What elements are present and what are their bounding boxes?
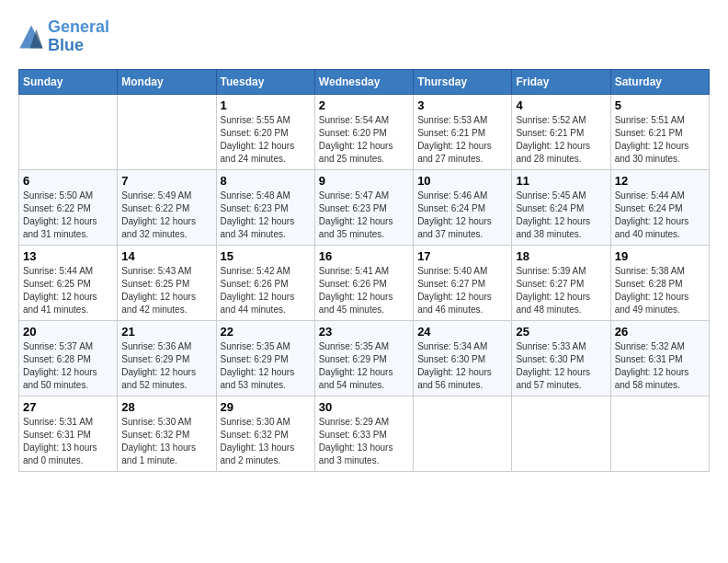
day-number: 25 <box>516 325 606 339</box>
calendar-header-row: SundayMondayTuesdayWednesdayThursdayFrid… <box>19 69 710 94</box>
day-info: Sunrise: 5:47 AM Sunset: 6:23 PM Dayligh… <box>319 190 409 241</box>
day-number: 30 <box>319 400 409 414</box>
calendar-cell: 29Sunrise: 5:30 AM Sunset: 6:32 PM Dayli… <box>216 396 314 471</box>
day-info: Sunrise: 5:42 AM Sunset: 6:26 PM Dayligh… <box>221 265 311 316</box>
day-number: 26 <box>615 325 705 339</box>
day-number: 11 <box>516 174 606 188</box>
day-number: 17 <box>417 249 507 263</box>
day-number: 7 <box>121 174 211 188</box>
day-number: 14 <box>121 249 211 263</box>
calendar-cell: 5Sunrise: 5:51 AM Sunset: 6:21 PM Daylig… <box>610 94 709 169</box>
calendar-cell: 17Sunrise: 5:40 AM Sunset: 6:27 PM Dayli… <box>414 245 512 320</box>
calendar-cell: 26Sunrise: 5:32 AM Sunset: 6:31 PM Dayli… <box>610 320 709 396</box>
day-info: Sunrise: 5:38 AM Sunset: 6:28 PM Dayligh… <box>615 265 705 316</box>
day-info: Sunrise: 5:30 AM Sunset: 6:32 PM Dayligh… <box>221 416 311 467</box>
calendar-cell: 13Sunrise: 5:44 AM Sunset: 6:25 PM Dayli… <box>19 245 118 320</box>
calendar-cell: 10Sunrise: 5:46 AM Sunset: 6:24 PM Dayli… <box>414 169 512 245</box>
calendar-cell: 11Sunrise: 5:45 AM Sunset: 6:24 PM Dayli… <box>512 169 610 245</box>
calendar-cell: 7Sunrise: 5:49 AM Sunset: 6:22 PM Daylig… <box>118 169 216 245</box>
day-number: 15 <box>221 249 311 263</box>
day-number: 20 <box>23 325 113 339</box>
day-number: 3 <box>417 98 507 112</box>
day-info: Sunrise: 5:31 AM Sunset: 6:31 PM Dayligh… <box>23 416 113 467</box>
day-number: 13 <box>23 249 113 263</box>
day-number: 8 <box>221 174 311 188</box>
calendar-cell: 27Sunrise: 5:31 AM Sunset: 6:31 PM Dayli… <box>19 396 118 471</box>
calendar-cell: 18Sunrise: 5:39 AM Sunset: 6:27 PM Dayli… <box>512 245 610 320</box>
day-number: 21 <box>121 325 211 339</box>
day-info: Sunrise: 5:33 AM Sunset: 6:30 PM Dayligh… <box>516 340 606 392</box>
day-header-wednesday: Wednesday <box>314 69 413 94</box>
logo: General Blue <box>18 18 109 55</box>
day-info: Sunrise: 5:53 AM Sunset: 6:21 PM Dayligh… <box>417 114 507 166</box>
day-info: Sunrise: 5:39 AM Sunset: 6:27 PM Dayligh… <box>516 265 606 316</box>
day-header-friday: Friday <box>512 69 610 94</box>
day-number: 22 <box>221 325 311 339</box>
day-number: 16 <box>319 249 409 263</box>
day-info: Sunrise: 5:46 AM Sunset: 6:24 PM Dayligh… <box>417 190 507 241</box>
calendar-cell <box>512 396 610 471</box>
calendar-cell: 30Sunrise: 5:29 AM Sunset: 6:33 PM Dayli… <box>314 396 413 471</box>
calendar-cell: 24Sunrise: 5:34 AM Sunset: 6:30 PM Dayli… <box>414 320 512 396</box>
day-number: 12 <box>615 174 705 188</box>
day-number: 23 <box>319 325 409 339</box>
calendar-cell: 20Sunrise: 5:37 AM Sunset: 6:28 PM Dayli… <box>19 320 118 396</box>
day-number: 2 <box>319 98 409 112</box>
calendar-cell: 19Sunrise: 5:38 AM Sunset: 6:28 PM Dayli… <box>610 245 709 320</box>
calendar-cell: 8Sunrise: 5:48 AM Sunset: 6:23 PM Daylig… <box>216 169 314 245</box>
week-row-4: 20Sunrise: 5:37 AM Sunset: 6:28 PM Dayli… <box>19 320 710 396</box>
calendar-cell: 9Sunrise: 5:47 AM Sunset: 6:23 PM Daylig… <box>314 169 413 245</box>
calendar-cell: 6Sunrise: 5:50 AM Sunset: 6:22 PM Daylig… <box>19 169 118 245</box>
week-row-3: 13Sunrise: 5:44 AM Sunset: 6:25 PM Dayli… <box>19 245 710 320</box>
day-info: Sunrise: 5:36 AM Sunset: 6:29 PM Dayligh… <box>121 340 211 392</box>
day-number: 28 <box>121 400 211 414</box>
calendar-cell: 12Sunrise: 5:44 AM Sunset: 6:24 PM Dayli… <box>610 169 709 245</box>
calendar-cell: 15Sunrise: 5:42 AM Sunset: 6:26 PM Dayli… <box>216 245 314 320</box>
day-number: 27 <box>23 400 113 414</box>
day-info: Sunrise: 5:45 AM Sunset: 6:24 PM Dayligh… <box>516 190 606 241</box>
day-info: Sunrise: 5:41 AM Sunset: 6:26 PM Dayligh… <box>319 265 409 316</box>
day-info: Sunrise: 5:54 AM Sunset: 6:20 PM Dayligh… <box>319 114 409 166</box>
calendar-cell: 3Sunrise: 5:53 AM Sunset: 6:21 PM Daylig… <box>414 94 512 169</box>
day-header-monday: Monday <box>118 69 216 94</box>
calendar-cell: 28Sunrise: 5:30 AM Sunset: 6:32 PM Dayli… <box>118 396 216 471</box>
day-number: 6 <box>23 174 113 188</box>
day-info: Sunrise: 5:34 AM Sunset: 6:30 PM Dayligh… <box>417 340 507 392</box>
week-row-2: 6Sunrise: 5:50 AM Sunset: 6:22 PM Daylig… <box>19 169 710 245</box>
day-info: Sunrise: 5:52 AM Sunset: 6:21 PM Dayligh… <box>516 114 606 166</box>
day-number: 4 <box>516 98 606 112</box>
calendar-cell: 1Sunrise: 5:55 AM Sunset: 6:20 PM Daylig… <box>216 94 314 169</box>
calendar-cell: 22Sunrise: 5:35 AM Sunset: 6:29 PM Dayli… <box>216 320 314 396</box>
logo-icon <box>18 24 44 50</box>
calendar-cell: 14Sunrise: 5:43 AM Sunset: 6:25 PM Dayli… <box>118 245 216 320</box>
calendar-cell <box>414 396 512 471</box>
day-header-sunday: Sunday <box>19 69 118 94</box>
day-info: Sunrise: 5:49 AM Sunset: 6:22 PM Dayligh… <box>121 190 211 241</box>
day-info: Sunrise: 5:51 AM Sunset: 6:21 PM Dayligh… <box>615 114 705 166</box>
calendar-cell: 2Sunrise: 5:54 AM Sunset: 6:20 PM Daylig… <box>314 94 413 169</box>
day-number: 18 <box>516 249 606 263</box>
day-info: Sunrise: 5:40 AM Sunset: 6:27 PM Dayligh… <box>417 265 507 316</box>
day-info: Sunrise: 5:48 AM Sunset: 6:23 PM Dayligh… <box>221 190 311 241</box>
day-info: Sunrise: 5:35 AM Sunset: 6:29 PM Dayligh… <box>319 340 409 392</box>
week-row-5: 27Sunrise: 5:31 AM Sunset: 6:31 PM Dayli… <box>19 396 710 471</box>
day-number: 9 <box>319 174 409 188</box>
day-info: Sunrise: 5:32 AM Sunset: 6:31 PM Dayligh… <box>615 340 705 392</box>
day-number: 10 <box>417 174 507 188</box>
day-number: 24 <box>417 325 507 339</box>
week-row-1: 1Sunrise: 5:55 AM Sunset: 6:20 PM Daylig… <box>19 94 710 169</box>
calendar-table: SundayMondayTuesdayWednesdayThursdayFrid… <box>18 69 710 472</box>
page-header: General Blue <box>18 18 710 55</box>
day-number: 1 <box>221 98 311 112</box>
calendar-cell: 21Sunrise: 5:36 AM Sunset: 6:29 PM Dayli… <box>118 320 216 396</box>
calendar-cell: 4Sunrise: 5:52 AM Sunset: 6:21 PM Daylig… <box>512 94 610 169</box>
day-info: Sunrise: 5:30 AM Sunset: 6:32 PM Dayligh… <box>121 416 211 467</box>
day-header-tuesday: Tuesday <box>216 69 314 94</box>
day-number: 29 <box>221 400 311 414</box>
day-info: Sunrise: 5:29 AM Sunset: 6:33 PM Dayligh… <box>319 416 409 467</box>
day-header-saturday: Saturday <box>610 69 709 94</box>
day-info: Sunrise: 5:55 AM Sunset: 6:20 PM Dayligh… <box>221 114 311 166</box>
calendar-cell <box>610 396 709 471</box>
day-number: 19 <box>615 249 705 263</box>
calendar-cell: 16Sunrise: 5:41 AM Sunset: 6:26 PM Dayli… <box>314 245 413 320</box>
